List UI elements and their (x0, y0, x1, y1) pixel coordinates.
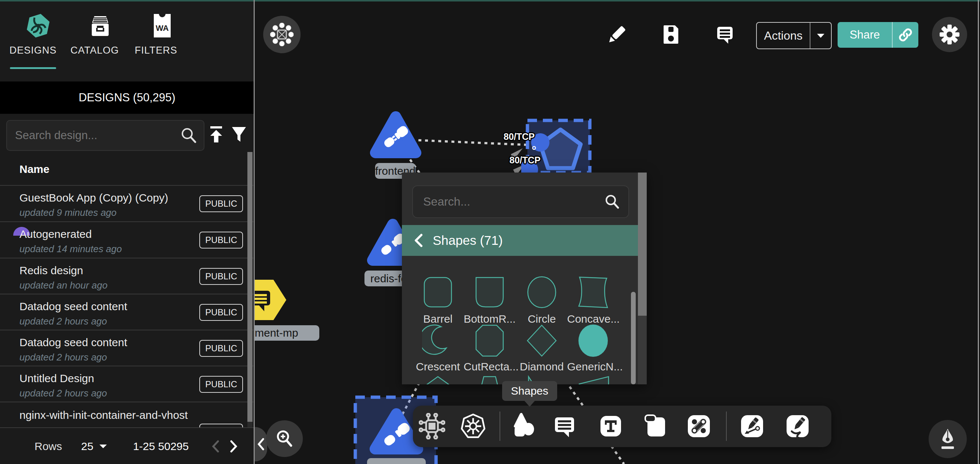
shape-label: Circle (516, 313, 568, 325)
share-label: Share (838, 28, 892, 41)
designs-icon (25, 13, 51, 39)
zoom-in-button[interactable] (266, 420, 303, 457)
design-title: nginx-with-init-container-and-vhost (19, 409, 188, 421)
cluster-status-button[interactable] (263, 16, 301, 53)
previous-page-icon[interactable] (212, 440, 220, 453)
freehand-draw-button[interactable] (783, 411, 812, 441)
design-list-item[interactable]: Datadog seed content updated 2 hours ago… (0, 294, 253, 330)
tab-filters[interactable]: WA FILTERS (130, 13, 182, 56)
panel-scrollbar-thumb[interactable] (638, 172, 647, 316)
shapes-tooltip: Shapes (502, 381, 557, 407)
tab-designs-label: DESIGNS (7, 45, 59, 56)
tab-designs[interactable]: DESIGNS (7, 13, 59, 69)
design-list-item[interactable]: Redis design updated an hour ago PUBLIC (0, 258, 253, 294)
pen-arrow-icon (738, 412, 766, 440)
sidebar-header: DESIGNS (50,295) (0, 81, 254, 114)
edge-label: 80/TCP (509, 155, 541, 166)
filter-designs-button[interactable] (231, 126, 247, 145)
design-mode-button[interactable] (929, 420, 967, 458)
sidebar: DESIGNS CATALOG WA FILTERS DE (0, 2, 254, 464)
import-design-button[interactable] (207, 126, 225, 145)
shape-genericnode[interactable] (578, 324, 609, 357)
shape-label: Crescent (412, 360, 464, 373)
chain-link-icon (685, 412, 713, 440)
pagination-range: 1-25 50295 (133, 440, 189, 453)
shape-barrel[interactable] (422, 275, 453, 309)
shapes-tool-button[interactable] (508, 411, 537, 441)
design-updated: updated 2 hours ago (19, 387, 107, 399)
rows-per-page-select[interactable]: 25 (81, 440, 107, 453)
design-list-item[interactable]: GuestBook App (Copy) (Copy) updated 9 mi… (0, 186, 253, 222)
design-list-item[interactable]: Autogenerated updated 14 minutes ago PUB… (0, 222, 253, 258)
actions-label: Actions (757, 29, 810, 43)
tab-catalog[interactable]: CATALOG (69, 15, 120, 56)
design-title: Untitled Design (19, 372, 94, 385)
sidebar-divider[interactable] (254, 0, 255, 464)
settings-button[interactable] (932, 17, 967, 52)
visibility-badge: PUBLIC (199, 268, 243, 285)
shape-diamond[interactable] (526, 324, 558, 357)
shape-label: Concave... (567, 313, 619, 325)
shape-cutrectangle[interactable] (474, 324, 506, 357)
window-right-edge (978, 0, 979, 464)
actions-button[interactable]: Actions (756, 22, 832, 49)
svg-text:WA: WA (156, 24, 169, 33)
shapes-header-label: Shapes (71) (433, 233, 503, 248)
design-updated: updated 2 hours ago (19, 316, 107, 327)
components-tool-button[interactable] (417, 411, 447, 441)
shape-circle[interactable] (526, 275, 558, 309)
link-icon (898, 27, 913, 42)
next-page-icon[interactable] (230, 440, 238, 453)
grid-scrollbar-thumb[interactable] (631, 292, 636, 384)
shapes-panel: Shapes (71) Barrel BottomR... Circle Con… (402, 172, 647, 384)
toolbar-divider (726, 411, 727, 441)
edit-button[interactable] (606, 23, 628, 47)
shapes-search-input[interactable] (413, 195, 604, 209)
design-search-field[interactable] (6, 120, 204, 151)
back-chevron-icon[interactable] (414, 233, 423, 247)
design-updated: updated 2 hours ago (19, 352, 107, 363)
design-list-item[interactable]: Untitled Design updated 2 hours ago PUBL… (0, 366, 253, 402)
rows-label: Rows (35, 440, 62, 453)
comment-button[interactable] (714, 23, 736, 47)
node-label-selected (367, 458, 426, 464)
comment-tool-button[interactable] (550, 411, 579, 441)
relationship-tool-button[interactable] (684, 411, 714, 441)
shape-concave[interactable] (578, 275, 609, 309)
share-link-button[interactable] (892, 27, 918, 42)
pagination-bar: Rows 25 1-25 50295 (0, 427, 254, 464)
design-list-item[interactable]: nginx-with-init-container-and-vhost PUBL… (0, 402, 253, 427)
shapes-search-field[interactable] (412, 185, 629, 218)
shape-label: Diamond (516, 360, 568, 373)
visibility-badge: PUBLIC (199, 195, 243, 212)
search-icon (180, 127, 197, 144)
design-list-item[interactable]: Datadog seed content updated 2 hours ago… (0, 330, 253, 366)
share-button[interactable]: Share (838, 22, 918, 48)
node-frontend[interactable] (366, 107, 429, 165)
design-search-input[interactable] (7, 129, 180, 142)
shape-bottomround[interactable] (474, 275, 506, 309)
sidebar-header-label: DESIGNS (50,295) (78, 91, 175, 104)
design-title: GuestBook App (Copy) (Copy) (19, 191, 168, 204)
actions-caret-button[interactable] (810, 33, 831, 38)
edge-label: 80/TCP (504, 131, 535, 142)
list-scrollbar-thumb[interactable] (247, 152, 253, 422)
save-button[interactable] (660, 23, 682, 47)
text-icon (597, 412, 625, 440)
shape-crescent[interactable] (422, 324, 453, 357)
note-tool-button[interactable] (641, 411, 671, 441)
design-title: Redis design (19, 264, 83, 277)
pencil-swirl-icon (784, 412, 811, 440)
chevron-left-icon (257, 438, 265, 450)
text-tool-button[interactable] (596, 411, 625, 441)
visibility-badge: PUBLIC (199, 376, 243, 393)
shapes-category-header[interactable]: Shapes (71) (402, 225, 638, 256)
active-tab-underline (10, 67, 56, 69)
gear-icon (939, 24, 960, 45)
kubernetes-tool-button[interactable] (458, 411, 488, 441)
visibility-badge: PUBLIC (199, 340, 243, 357)
pen-tool-button[interactable] (737, 411, 767, 441)
kubernetes-icon (459, 412, 487, 440)
node-selected-pentagon[interactable] (521, 114, 602, 180)
tab-catalog-label: CATALOG (69, 45, 120, 56)
